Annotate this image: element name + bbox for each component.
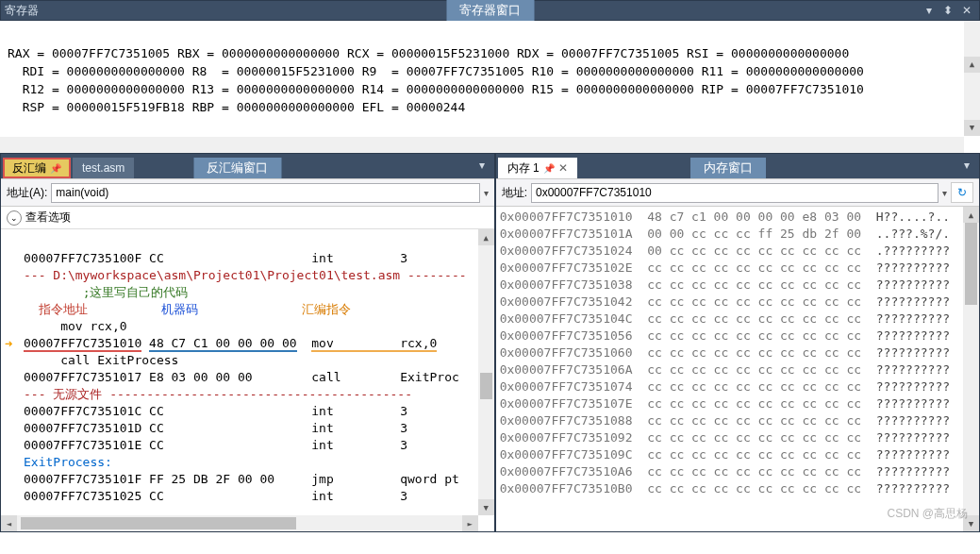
memory-row: 0x00007FF7C735106A cc cc cc cc cc cc cc … [500, 361, 975, 378]
d-comment: ;这里写自己的代码 [24, 285, 188, 299]
memory-pane: 内存 1 📌 ✕ 内存窗口 ▾ 地址: ▾ ↻ 0x00007FF7C73510… [495, 153, 980, 532]
reg-line-0: RAX = 00007FF7C7351005 RBX = 00000000000… [8, 46, 856, 60]
dropdown-icon[interactable]: ▾ [484, 188, 489, 198]
scroll-thumb[interactable] [965, 223, 977, 305]
disasm-center-title: 反汇编窗口 [193, 158, 281, 178]
d-l6: 00007FF7C735101C CC int 3 [24, 404, 407, 418]
pin-icon[interactable]: ⬍ [939, 3, 956, 18]
tab-testasm[interactable]: test.asm [73, 158, 134, 178]
memory-row: 0x00007FF7C735104C cc cc cc cc cc cc cc … [500, 311, 975, 327]
scroll-thumb[interactable] [480, 373, 492, 399]
scroll-up-icon[interactable]: ▲ [478, 229, 494, 245]
tab-dropdown-icon[interactable]: ▾ [473, 158, 490, 173]
scroll-right-icon[interactable]: ► [462, 515, 478, 531]
current-line-arrow-icon: ➜ [5, 335, 12, 352]
memory-row: 0x00007FF7C7351060 cc cc cc cc cc cc cc … [500, 344, 975, 361]
close-icon[interactable]: ✕ [558, 161, 568, 175]
d-call: call ExitProcess [24, 353, 178, 367]
disasm-pane: 反汇编 📌 test.asm 反汇编窗口 ▾ 地址(A): ▾ ⌄ 查看选项 0… [0, 153, 495, 532]
memory-row: 0x00007FF7C7351010 48 c7 c1 00 00 00 00 … [500, 209, 975, 226]
dropdown-icon[interactable]: ▾ [921, 3, 938, 18]
memory-row: 0x00007FF7C735109C cc cc cc cc cc cc cc … [500, 446, 975, 463]
d-l7: 00007FF7C735101D CC int 3 [24, 421, 407, 435]
tab-disasm[interactable]: 反汇编 📌 [3, 158, 71, 178]
memory-row: 0x00007FF7C735102E cc cc cc cc cc cc cc … [500, 260, 975, 277]
registers-center-title: 寄存器窗口 [446, 0, 534, 21]
registers-panel: 寄存器 寄存器窗口 ▾ ⬍ ✕ RAX = 00007FF7C7351005 R… [0, 0, 980, 153]
tab-dropdown-icon[interactable]: ▾ [958, 158, 975, 173]
pin-icon[interactable]: 📌 [543, 163, 555, 174]
memory-row: 0x00007FF7C735107E cc cc cc cc cc cc cc … [500, 395, 975, 412]
memory-addr-label: 地址: [502, 185, 527, 201]
d-pre-mov: mov rcx,0 [24, 319, 127, 333]
bottom-row: 反汇编 📌 test.asm 反汇编窗口 ▾ 地址(A): ▾ ⌄ 查看选项 0… [0, 153, 980, 532]
reg-line-1: RDI = 0000000000000000 R8 = 00000015F523… [8, 64, 872, 78]
disasm-body[interactable]: 00007FF7C735100F CC int 3 --- D:\myworks… [1, 229, 494, 531]
register-scroll-v[interactable]: ▲ ▼ [964, 21, 980, 136]
d-l10: 00007FF7C7351025 CC int 3 [24, 489, 407, 503]
d-l0: 00007FF7C735100F CC int 3 [24, 251, 407, 265]
scroll-down-icon[interactable]: ▼ [478, 499, 494, 515]
scroll-up-icon[interactable]: ▲ [963, 207, 979, 223]
memory-row: 0x00007FF7C7351088 cc cc cc cc cc cc cc … [500, 412, 975, 429]
scroll-left-icon[interactable]: ◄ [1, 515, 17, 531]
tab-testasm-label: test.asm [82, 161, 125, 175]
memory-center-title: 内存窗口 [690, 158, 766, 178]
disasm-addr-label: 地址(A): [7, 185, 47, 201]
tab-memory1[interactable]: 内存 1 📌 ✕ [498, 158, 577, 178]
watermark: CSDN @高思杨 [887, 505, 968, 522]
refresh-button[interactable]: ↻ [951, 182, 973, 203]
memory-row: 0x00007FF7C7351042 cc cc cc cc cc cc cc … [500, 294, 975, 311]
tab-disasm-label: 反汇编 [12, 160, 46, 176]
d-nosrc: --- 无源文件 -------------------------------… [24, 387, 412, 401]
scroll-down-icon[interactable]: ▼ [964, 120, 980, 136]
memory-row: 0x00007FF7C73510A6 cc cc cc cc cc cc cc … [500, 463, 975, 480]
disasm-tab-strip: 反汇编 📌 test.asm 反汇编窗口 ▾ [1, 154, 494, 178]
disasm-addr-input[interactable] [51, 183, 479, 203]
d-l9: 00007FF7C735101F FF 25 DB 2F 00 00 jmp q… [24, 472, 459, 486]
memory-addr-input[interactable] [531, 183, 938, 203]
registers-header: 寄存器 寄存器窗口 ▾ ⬍ ✕ [0, 0, 980, 21]
memory-tab-strip: 内存 1 📌 ✕ 内存窗口 ▾ [496, 154, 979, 178]
disasm-addr-toolbar: 地址(A): ▾ [1, 178, 494, 207]
d-l5: 00007FF7C7351017 E8 03 00 00 00 call Exi… [24, 370, 459, 384]
disasm-scroll-v[interactable]: ▲ ▼ [478, 229, 494, 515]
d-path: --- D:\myworkspace\asm\Project01\Project… [24, 268, 467, 282]
memory-row: 0x00007FF7C7351092 cc cc cc cc cc cc cc … [500, 429, 975, 446]
d-cur: ➜00007FF7C7351010 48 C7 C1 00 00 00 00 m… [24, 336, 437, 350]
d-exitproc: ExitProcess: [24, 455, 112, 469]
reg-line-3: RSP = 00000015F519FB18 RBP = 00000000000… [8, 100, 473, 114]
memory-row: 0x00007FF7C7351038 cc cc cc cc cc cc cc … [500, 277, 975, 294]
memory-row: 0x00007FF7C7351024 00 cc cc cc cc cc cc … [500, 243, 975, 260]
memory-body[interactable]: 0x00007FF7C7351010 48 c7 c1 00 00 00 00 … [496, 207, 979, 531]
memory-row: 0x00007FF7C7351074 cc cc cc cc cc cc cc … [500, 378, 975, 395]
d-annot: 指令地址 机器码 汇编指令 [24, 302, 351, 316]
registers-body: RAX = 00007FF7C7351005 RBX = 00000000000… [0, 21, 980, 153]
chevron-down-icon[interactable]: ⌄ [7, 210, 22, 226]
d-l8: 00007FF7C735101E CC int 3 [24, 438, 407, 452]
tab-memory1-label: 内存 1 [507, 160, 540, 176]
reg-line-2: R12 = 0000000000000000 R13 = 00000000000… [8, 82, 872, 96]
disasm-options-row[interactable]: ⌄ 查看选项 [1, 207, 494, 229]
registers-title: 寄存器 [5, 3, 39, 19]
memory-scroll-v[interactable]: ▲ ▼ [963, 207, 979, 531]
register-scroll-h[interactable]: ◄ ► [0, 137, 964, 153]
close-icon[interactable]: ✕ [958, 3, 975, 18]
scroll-up-icon[interactable]: ▲ [964, 57, 980, 73]
disasm-options-label: 查看选项 [25, 210, 71, 226]
memory-row: 0x00007FF7C735101A 00 00 cc cc cc ff 25 … [500, 226, 975, 243]
pin-icon[interactable]: 📌 [50, 163, 61, 174]
memory-row: 0x00007FF7C7351056 cc cc cc cc cc cc cc … [500, 327, 975, 344]
dropdown-icon[interactable]: ▾ [942, 188, 947, 198]
memory-row: 0x00007FF7C73510B0 cc cc cc cc cc cc cc … [500, 480, 975, 497]
disasm-scroll-h[interactable]: ◄ ► [1, 515, 478, 531]
memory-addr-toolbar: 地址: ▾ ↻ [496, 178, 979, 207]
scroll-thumb-h[interactable] [21, 517, 296, 529]
